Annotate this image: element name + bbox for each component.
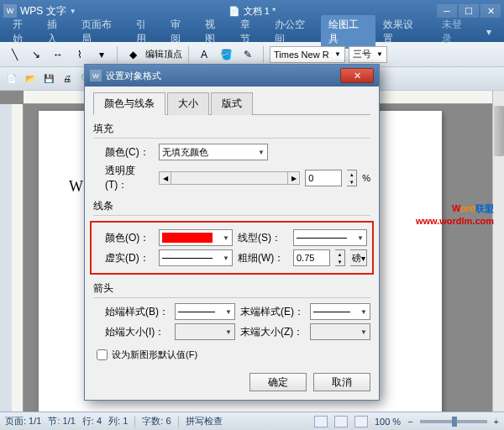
zoom-slider[interactable] <box>420 420 487 423</box>
line-color-select[interactable]: ▼ <box>159 229 233 246</box>
ribbon-collapse-icon[interactable]: ▾ <box>479 24 499 40</box>
object-format-dialog: W 设置对象格式 ✕ 颜色与线条 大小 版式 填充 颜色(C)： 无填充颜色 ▼… <box>84 64 380 401</box>
dash-style-select[interactable]: ▼ <box>159 249 233 266</box>
vertical-ruler[interactable] <box>12 104 24 412</box>
scroll-thumb[interactable] <box>494 106 504 156</box>
zoom-in-icon[interactable]: + <box>494 417 499 427</box>
watermark: Word联盟 www.wordlm.com <box>416 198 494 226</box>
zoom-slider-thumb[interactable] <box>452 417 457 427</box>
open-icon[interactable]: 📂 <box>22 71 39 87</box>
doc-name: 文档 1 * <box>244 5 276 18</box>
line-group-label: 线条 <box>93 199 370 213</box>
chevron-down-icon: ▼ <box>223 254 229 262</box>
tab-pagelayout[interactable]: 页面布局 <box>74 15 128 49</box>
status-section[interactable]: 节: 1/1 <box>48 415 75 427</box>
default-checkbox-label: 设为新图形默认值(F) <box>112 349 197 361</box>
document-text: W <box>69 178 83 196</box>
weight-value[interactable]: 0.75 <box>293 249 330 266</box>
new-doc-icon[interactable]: 📄 <box>3 71 20 87</box>
status-spell[interactable]: 拼写检查 <box>186 415 223 427</box>
save-icon[interactable]: 💾 <box>40 71 57 87</box>
begin-size-select[interactable]: ▼ <box>175 323 235 340</box>
percent-label: % <box>362 173 370 183</box>
fill-color-value: 无填充颜色 <box>162 146 208 159</box>
tab-review[interactable]: 审阅 <box>163 15 197 49</box>
fill-color-tool[interactable]: 🪣 <box>217 45 235 64</box>
arrow-group-label: 箭头 <box>93 281 370 296</box>
tab-section[interactable]: 章节 <box>233 15 267 49</box>
tab-home[interactable]: 开始 <box>5 15 39 49</box>
tab-layout[interactable]: 版式 <box>211 92 253 115</box>
begin-style-select[interactable]: ▼ <box>175 303 235 320</box>
default-checkbox[interactable] <box>97 349 108 360</box>
transparency-slider[interactable]: ◀ ▶ <box>159 171 300 185</box>
edit-vertex-label[interactable]: 编辑顶点 <box>145 48 182 60</box>
dialog-icon: W <box>90 70 102 81</box>
ribbon-tabs: 开始 插入 页面布局 引用 审阅 视图 章节 办公空间 绘图工具 效果设置 未登… <box>0 22 504 42</box>
tab-size[interactable]: 大小 <box>167 92 209 115</box>
transparency-value[interactable]: 0 <box>305 170 342 186</box>
doc-icon: 📄 <box>228 6 240 17</box>
chevron-down-icon: ▼ <box>223 234 229 242</box>
view-print-layout-icon[interactable] <box>314 416 328 427</box>
tab-view[interactable]: 视图 <box>197 15 232 49</box>
nav-sidepanel[interactable] <box>0 104 12 412</box>
edit-vertex-icon[interactable]: ◆ <box>123 45 142 64</box>
fill-group-label: 填充 <box>93 122 370 136</box>
tab-color-line[interactable]: 颜色与线条 <box>93 92 165 115</box>
slider-left-arrow[interactable]: ◀ <box>160 172 171 184</box>
dialog-close-button[interactable]: ✕ <box>340 68 374 83</box>
highlighted-section: 颜色(O)： ▼ 线型(S)： ▼ 虚实(D)： ▼ 粗细(W)： 0.7 <box>90 221 374 275</box>
status-line[interactable]: 行: 4 <box>82 415 102 427</box>
dash-preview <box>162 258 213 259</box>
begin-size-label: 始端大小(I)： <box>105 325 170 339</box>
window-close[interactable]: ✕ <box>480 4 501 18</box>
dialog-title: 设置对象格式 <box>106 70 161 82</box>
textbox-tool[interactable]: A <box>195 45 213 64</box>
end-style-select[interactable]: ▼ <box>310 303 370 320</box>
view-outline-icon[interactable] <box>334 416 348 427</box>
arrow-tool[interactable]: ↘ <box>27 45 45 64</box>
ok-button[interactable]: 确定 <box>249 373 307 391</box>
font-family-select[interactable]: Times New R▼ <box>270 46 345 63</box>
cancel-button[interactable]: 取消 <box>313 373 370 391</box>
fill-color-select[interactable]: 无填充颜色 ▼ <box>159 144 268 160</box>
line-style-preview <box>297 238 347 239</box>
weight-unit[interactable]: 磅▾ <box>350 249 367 266</box>
zoom-out-icon[interactable]: − <box>407 417 412 427</box>
transparency-label: 透明度(T)： <box>105 164 154 192</box>
curve-tool[interactable]: ⌇ <box>71 45 89 64</box>
chevron-down-icon: ▼ <box>357 234 364 242</box>
shapes-more[interactable]: ▾ <box>92 45 111 64</box>
zoom-value[interactable]: 100 % <box>375 417 401 427</box>
tab-office[interactable]: 办公空间 <box>267 15 321 49</box>
transparency-spinner[interactable]: ▲▼ <box>347 170 357 186</box>
app-menu-dropdown[interactable]: ▼ <box>70 8 76 15</box>
font-size-select[interactable]: 三号▼ <box>349 46 387 63</box>
status-col[interactable]: 列: 1 <box>108 415 128 427</box>
end-size-select[interactable]: ▼ <box>310 323 370 340</box>
line-color-tool[interactable]: ✎ <box>239 45 257 64</box>
tab-references[interactable]: 引用 <box>129 15 163 49</box>
tab-drawing-tools[interactable]: 绘图工具 <box>321 15 375 49</box>
weight-label: 粗细(W)： <box>238 251 288 265</box>
vertical-scrollbar[interactable] <box>492 91 504 412</box>
slider-right-arrow[interactable]: ▶ <box>287 172 299 184</box>
document-title: 📄 文档 1 * <box>228 5 276 18</box>
view-web-icon[interactable] <box>354 416 368 427</box>
print-icon[interactable]: 🖨 <box>59 71 76 87</box>
status-chars[interactable]: 字数: 6 <box>142 415 171 427</box>
double-arrow-tool[interactable]: ↔ <box>49 45 67 64</box>
line-style-label: 线型(S)： <box>238 231 288 245</box>
status-page[interactable]: 页面: 1/1 <box>5 415 41 427</box>
line-tool[interactable]: ╲ <box>5 45 24 64</box>
line-style-select[interactable]: ▼ <box>293 229 367 246</box>
end-size-label: 末端大小(Z)： <box>240 325 305 339</box>
weight-spinner[interactable]: ▲▼ <box>335 249 345 266</box>
dialog-titlebar[interactable]: W 设置对象格式 ✕ <box>85 65 379 87</box>
tab-effects[interactable]: 效果设置 <box>375 15 429 49</box>
default-checkbox-row[interactable]: 设为新图形默认值(F) <box>97 349 370 361</box>
begin-style-label: 始端样式(B)： <box>105 305 170 319</box>
login-status[interactable]: 未登录 <box>434 15 479 49</box>
tab-insert[interactable]: 插入 <box>39 15 74 49</box>
